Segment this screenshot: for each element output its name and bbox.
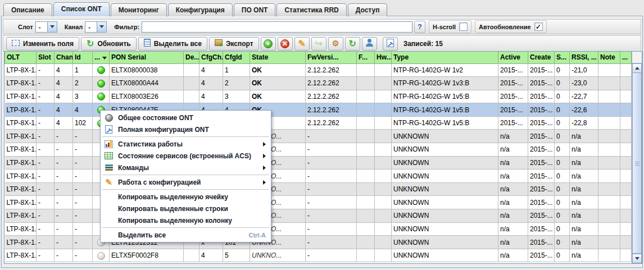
column-header-2[interactable]: Slot xyxy=(37,52,55,63)
cell[interactable]: - xyxy=(37,116,55,130)
cell[interactable] xyxy=(375,170,392,183)
cell[interactable]: 0 xyxy=(555,90,570,103)
edit-button[interactable]: ✎ xyxy=(294,37,310,51)
cell[interactable]: - xyxy=(73,236,93,249)
cell[interactable]: NTP-RG-1402G-W 1v5:B xyxy=(392,103,498,117)
vertical-scrollbar[interactable] xyxy=(632,52,642,263)
menu-item-10[interactable]: Копировать выделенную ячейку xyxy=(101,191,270,203)
tab-7[interactable]: Доступ xyxy=(348,3,388,16)
cell[interactable]: - xyxy=(37,196,55,209)
table-row[interactable]: LTP-8X-1...-43ELTX08003E2643OK2.12.2.262… xyxy=(5,90,632,103)
cell[interactable]: NTP-RG-1402G-W 1v5:B xyxy=(392,90,498,103)
cell[interactable] xyxy=(357,196,375,209)
cell[interactable]: UNKNOWN xyxy=(392,182,498,196)
cell[interactable] xyxy=(598,209,620,223)
cell[interactable]: 2015-... xyxy=(528,236,555,249)
table-row[interactable]: LTP-8X-1...-4102OK2.12.2.262NTP-RG-1402G… xyxy=(5,116,632,130)
autorefresh-checkbox[interactable]: ✓ xyxy=(534,22,543,31)
tab-1[interactable]: Описание xyxy=(3,3,52,16)
cell[interactable] xyxy=(620,249,632,262)
tab-2[interactable]: Список ONT xyxy=(53,2,110,16)
cell[interactable]: -22,6 xyxy=(570,103,598,117)
cell[interactable]: 2015-... xyxy=(528,170,555,183)
cell[interactable]: n/a xyxy=(498,209,528,223)
cell[interactable]: n/a xyxy=(498,143,528,157)
add-button[interactable]: + xyxy=(261,37,276,51)
cell[interactable] xyxy=(184,90,199,103)
edit-fields-button[interactable]: Изменить поля xyxy=(6,37,79,51)
cell[interactable]: 0 xyxy=(555,249,570,262)
cell[interactable]: n/a xyxy=(570,156,598,170)
cell[interactable] xyxy=(357,77,375,90)
cell[interactable]: LTP-8X-1... xyxy=(5,222,37,236)
cell[interactable]: LTP-8X-1... xyxy=(5,249,37,262)
cell[interactable]: 1 xyxy=(223,63,250,77)
cell[interactable]: - xyxy=(37,77,55,90)
column-header-19[interactable]: Note xyxy=(598,52,620,63)
cell[interactable]: 2.12.2.262 xyxy=(306,116,357,130)
table-row[interactable]: LTP-8X-1...---UNKNO...-UNKNOWNn/a2015-..… xyxy=(5,209,632,223)
cell[interactable]: 2015-... xyxy=(528,103,555,117)
cell[interactable]: 2015-... xyxy=(528,90,555,103)
menu-item-12[interactable]: Копировать выделенную колонку xyxy=(101,214,270,226)
cell[interactable] xyxy=(357,90,375,103)
cell[interactable] xyxy=(375,249,392,262)
hscroll-checkbox[interactable] xyxy=(459,22,468,31)
cell[interactable]: - xyxy=(55,249,73,262)
column-header-14[interactable]: Type xyxy=(392,52,498,63)
cell[interactable]: - xyxy=(37,63,55,77)
cell[interactable] xyxy=(184,63,199,77)
cell[interactable]: n/a xyxy=(570,143,598,157)
cell[interactable] xyxy=(375,236,392,249)
cell[interactable] xyxy=(620,116,632,130)
cell[interactable]: UNKNOWN xyxy=(392,249,498,262)
scrollbar-thumb[interactable] xyxy=(632,73,642,254)
cell[interactable] xyxy=(93,90,110,103)
cell[interactable] xyxy=(357,143,375,157)
cell[interactable]: 3 xyxy=(73,90,93,103)
cell[interactable]: - xyxy=(37,143,55,157)
cell[interactable] xyxy=(598,130,620,143)
cell[interactable]: UNKNOWN xyxy=(392,209,498,223)
cell[interactable] xyxy=(598,156,620,170)
cell[interactable]: - xyxy=(306,130,357,143)
refresh-table-button[interactable]: ↻ xyxy=(345,37,360,51)
cell[interactable] xyxy=(357,222,375,236)
cell[interactable] xyxy=(620,156,632,170)
cell[interactable] xyxy=(620,182,632,196)
cell[interactable]: 4 xyxy=(199,249,223,262)
menu-item-14[interactable]: Выделить всеCtrl-A xyxy=(101,229,270,241)
cell[interactable]: - xyxy=(55,222,73,236)
cell[interactable] xyxy=(93,63,110,77)
cell[interactable] xyxy=(620,77,632,90)
cell[interactable]: 2015-... xyxy=(528,222,555,236)
cell[interactable]: 4 xyxy=(199,77,223,90)
cell[interactable] xyxy=(375,130,392,143)
cell[interactable]: UNKNOWN xyxy=(392,156,498,170)
channel-combo[interactable]: - xyxy=(85,21,107,33)
table-row[interactable]: LTP-8X-1...-42ELTX08000A4442OK2.12.2.262… xyxy=(5,77,632,90)
table-row[interactable]: LTP-8X-1...---ELTX12312312x101UNKNO...-U… xyxy=(5,236,632,249)
column-header-10[interactable]: State xyxy=(250,52,306,63)
cell[interactable] xyxy=(598,143,620,157)
cell[interactable]: n/a xyxy=(570,196,598,209)
cell[interactable] xyxy=(375,116,392,130)
cell[interactable]: n/a xyxy=(570,236,598,249)
cell[interactable]: 4 xyxy=(199,90,223,103)
cell[interactable]: LTP-8X-1... xyxy=(5,143,37,157)
cell[interactable]: -23,0 xyxy=(570,77,598,90)
cell[interactable] xyxy=(620,209,632,223)
user-button[interactable] xyxy=(362,37,377,51)
cell[interactable]: 0 xyxy=(555,143,570,157)
cell[interactable]: 2015-... xyxy=(498,116,528,130)
cell[interactable]: -22,7 xyxy=(570,90,598,103)
cell[interactable] xyxy=(375,182,392,196)
cell[interactable] xyxy=(620,222,632,236)
cell[interactable] xyxy=(357,170,375,183)
column-header-15[interactable]: Active xyxy=(498,52,528,63)
cell[interactable]: UNKNOWN xyxy=(392,143,498,157)
cell[interactable]: LTP-8X-1... xyxy=(5,77,37,90)
cell[interactable] xyxy=(375,143,392,157)
cell[interactable]: LTP-8X-1... xyxy=(5,130,37,143)
cell[interactable]: LTP-8X-1... xyxy=(5,63,37,77)
